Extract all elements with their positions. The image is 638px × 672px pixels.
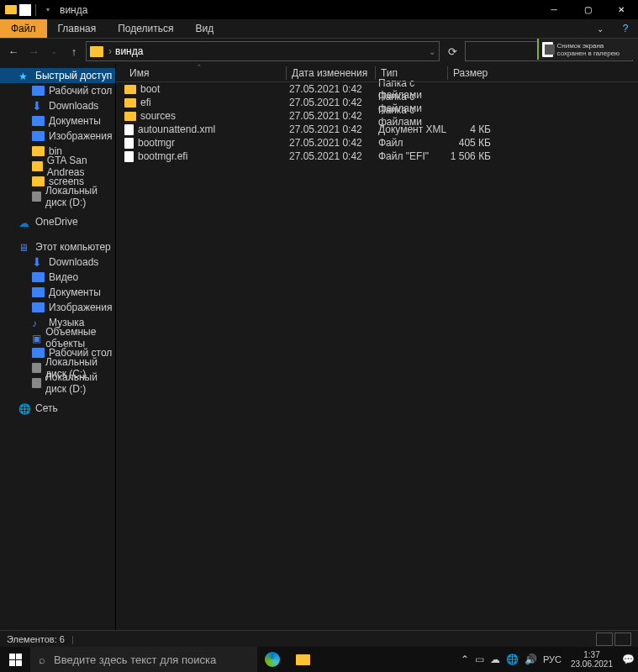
tray-network-icon[interactable]: 🌐 — [506, 654, 519, 665]
file-row[interactable]: bootmgr.efi27.05.2021 0:42Файл "EFI"1 50… — [116, 150, 638, 163]
nav-gta[interactable]: GTA San Andreas — [0, 159, 115, 174]
file-icon — [124, 138, 134, 149]
nav-label: Быстрый доступ — [35, 70, 112, 81]
file-name: sources — [140, 110, 176, 122]
image-icon — [32, 302, 45, 312]
refresh-button[interactable]: ⟳ — [443, 41, 461, 61]
view-details-button[interactable] — [596, 633, 613, 646]
nav-downloads[interactable]: ⬇Downloads — [0, 98, 115, 113]
folder-icon — [32, 176, 45, 186]
tray-overflow-icon[interactable]: ⌃ — [461, 654, 469, 665]
taskbar-search[interactable]: ⌕ Введите здесь текст для поиска — [30, 647, 257, 672]
drive-icon — [32, 363, 41, 373]
file-icon — [124, 124, 134, 135]
forward-button[interactable]: → — [25, 43, 42, 60]
column-date[interactable]: Дата изменения — [286, 66, 375, 80]
tab-share[interactable]: Поделиться — [107, 19, 184, 38]
windows-icon — [9, 654, 22, 666]
file-date: 27.05.2021 0:42 — [286, 137, 375, 149]
tab-view[interactable]: Вид — [184, 19, 224, 38]
tray-onedrive-icon[interactable]: ☁ — [490, 654, 500, 665]
search-icon: ⌕ — [39, 654, 45, 666]
file-list: ⌃ Имя Дата изменения Тип Размер boot27.0… — [116, 64, 638, 630]
file-name: autounattend.xml — [138, 123, 215, 135]
file-row[interactable]: autounattend.xml27.05.2021 0:42Документ … — [116, 123, 638, 136]
nav-label: Документы — [49, 286, 101, 298]
up-button[interactable]: ↑ — [66, 43, 82, 60]
tab-home[interactable]: Главная — [47, 19, 108, 38]
address-path: винда — [115, 45, 143, 57]
nav-desktop[interactable]: Рабочий стол — [0, 83, 115, 98]
nav-label: Изображения — [49, 130, 112, 142]
help-icon[interactable]: ? — [613, 23, 638, 34]
recent-dropdown[interactable]: ⌄ — [45, 43, 62, 60]
taskbar-explorer[interactable] — [287, 647, 318, 672]
nav-pc-video[interactable]: Видео — [0, 270, 115, 285]
status-bar: Элементов: 6 | — [0, 630, 638, 647]
nav-pc-3d[interactable]: ▣Объемные объекты — [0, 330, 115, 345]
file-row[interactable]: bootmgr27.05.2021 0:42Файл405 КБ — [116, 136, 638, 150]
ribbon-expand-icon[interactable]: ⌄ — [588, 24, 613, 34]
nav-label: Изображения — [49, 302, 112, 313]
nav-onedrive[interactable]: ☁OneDrive — [0, 214, 115, 229]
tray-clock[interactable]: 1:37 23.06.2021 — [567, 650, 616, 669]
explorer-icon — [296, 654, 310, 665]
nav-pc-documents[interactable]: Документы — [0, 285, 115, 300]
column-name[interactable]: Имя — [124, 66, 286, 80]
nav-network[interactable]: 🌐Сеть — [0, 401, 115, 416]
taskbar-edge[interactable] — [257, 647, 287, 672]
nav-label: OneDrive — [35, 216, 78, 228]
network-icon: 🌐 — [18, 403, 31, 413]
nav-label: Рабочий стол — [49, 85, 112, 97]
tab-file[interactable]: Файл — [0, 19, 47, 38]
file-date: 27.05.2021 0:42 — [286, 97, 375, 108]
file-row[interactable]: sources27.05.2021 0:42Папка с файлами — [116, 109, 638, 123]
nav-pc-drive-d[interactable]: Локальный диск (D:) — [0, 375, 115, 391]
sort-indicator-icon: ⌃ — [197, 64, 202, 71]
minimize-button[interactable]: ─ — [537, 0, 571, 19]
folder-icon — [32, 146, 45, 156]
view-icons-button[interactable] — [614, 633, 631, 646]
pc-icon: 🖥 — [18, 242, 31, 252]
dropdown-icon[interactable]: ▾ — [40, 3, 55, 17]
tray-volume-icon[interactable]: 🔊 — [525, 654, 537, 665]
tray-language[interactable]: РУС — [543, 654, 562, 664]
column-size[interactable]: Размер — [447, 66, 498, 80]
folder-icon — [124, 85, 136, 94]
document-icon — [32, 116, 45, 126]
nav-drive-d[interactable]: Локальный диск (D:) — [0, 189, 115, 204]
desktop-icon — [32, 86, 45, 96]
nav-images[interactable]: Изображения — [0, 129, 115, 144]
titlebar: ▾ винда ─ ▢ ✕ — [0, 0, 638, 19]
nav-quick-access[interactable]: ★ Быстрый доступ — [0, 68, 115, 83]
file-icon — [124, 151, 134, 162]
nav-thispc[interactable]: 🖥Этот компьютер — [0, 239, 115, 255]
nav-label: Видео — [49, 271, 78, 283]
back-button[interactable]: ← — [5, 43, 22, 60]
ribbon: Файл Главная Поделиться Вид ⌄ ? — [0, 19, 638, 39]
drive-icon — [32, 378, 41, 388]
file-name: bootmgr.efi — [138, 150, 187, 162]
column-headers: ⌃ Имя Дата изменения Тип Размер — [116, 64, 638, 82]
nav-label: Документы — [49, 115, 101, 127]
file-name: boot — [140, 83, 160, 95]
close-button[interactable]: ✕ — [604, 0, 638, 19]
clock-time: 1:37 — [571, 650, 613, 659]
folder-icon — [90, 46, 103, 57]
address-bar[interactable]: › винда ⌄ — [86, 41, 440, 61]
drive-icon — [32, 192, 41, 202]
screenshot-toast[interactable]: Снимок экрана сохранен в галерею — [537, 39, 638, 60]
tray-notifications-icon[interactable]: 💬 — [622, 654, 635, 665]
nav-documents[interactable]: Документы — [0, 113, 115, 129]
column-type[interactable]: Тип — [375, 66, 447, 80]
desktop-icon — [32, 348, 45, 358]
nav-pc-downloads[interactable]: ⬇Downloads — [0, 255, 115, 270]
maximize-button[interactable]: ▢ — [571, 0, 604, 19]
file-name: efi — [140, 97, 151, 108]
start-button[interactable] — [0, 647, 30, 672]
quick-access-icon[interactable] — [19, 4, 31, 16]
music-icon: ♪ — [32, 318, 45, 328]
tray-meet-icon[interactable]: ▭ — [475, 654, 484, 665]
chevron-down-icon[interactable]: ⌄ — [429, 47, 435, 56]
nav-pc-images[interactable]: Изображения — [0, 300, 115, 315]
